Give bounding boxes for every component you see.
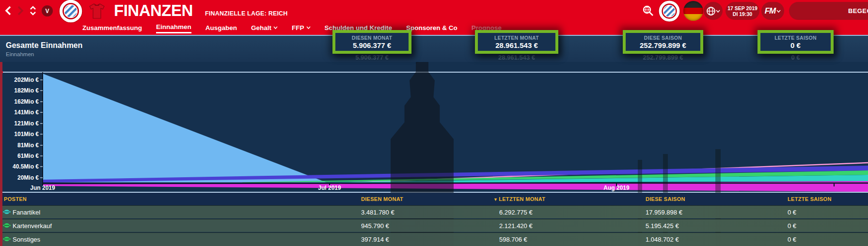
stat-value: 5.906.377 € (353, 41, 391, 49)
series-key-icon (3, 236, 11, 242)
stat-value: 0 € (790, 41, 801, 49)
chevron-up-down-icon (30, 5, 36, 16)
stat-label: LETZTEN MONAT (494, 35, 539, 41)
jersey-icon (88, 2, 106, 20)
tab-gehalt[interactable]: Gehalt (251, 24, 278, 33)
highlight-box-letzte-saison: LETZTE SAISON 0 € (758, 30, 834, 54)
series-lightblue-area (43, 74, 328, 183)
x-tick-label: Aug 2019 (595, 184, 638, 191)
language-globe-button[interactable] (704, 2, 723, 20)
game-date: 17 SEP 2019 (727, 5, 758, 11)
column-header-diese-saison[interactable]: DIESE SAISON (646, 196, 685, 202)
game-date-button[interactable]: 17 SEP 2019 DI 19:30 (726, 2, 759, 20)
y-tick-label: 61Mio € (0, 153, 39, 159)
cell-value: 0 € (788, 222, 796, 230)
stat-value: 28.961.543 € (495, 41, 538, 49)
page-subtitle: FINANZIELLE LAGE: REICH (205, 10, 288, 17)
y-tick-label: 162Mio € (0, 98, 39, 105)
summary-header-panel (0, 35, 868, 62)
cell-value: 6.292.775 € (499, 209, 533, 216)
table-row-fanartikel[interactable] (0, 205, 868, 218)
tab-ffp[interactable]: FFP (292, 24, 311, 33)
y-tick-label: 101Mio € (0, 131, 39, 138)
stat-label: LETZTE SAISON (774, 35, 817, 41)
y-tick-label: 121Mio € (0, 120, 39, 127)
game-time: DI 19:30 (733, 11, 752, 17)
chevron-down-icon (716, 10, 720, 13)
faded-stat-value: 5.906.377 € (332, 54, 411, 61)
back-button[interactable] (3, 5, 14, 16)
cell-value: 3.481.780 € (361, 209, 395, 216)
x-tick-label: Jul 2019 (308, 184, 351, 191)
y-tick-label: 141Mio € (0, 109, 39, 116)
cell-value: 397.914 € (361, 236, 389, 243)
club-crest-bayern-small[interactable] (658, 0, 680, 22)
y-tick-label: 40.5Mio € (0, 163, 39, 170)
continue-label: BEGEG (848, 7, 868, 15)
y-tick-label: 202Mio € (0, 77, 39, 83)
club-crest-bayern[interactable] (59, 0, 83, 23)
forward-button[interactable] (15, 5, 26, 16)
history-dropdown-button[interactable] (28, 5, 38, 16)
monogram-letter: V (45, 8, 49, 15)
cell-value: 0 € (788, 236, 796, 243)
table-row-sonstiges[interactable] (0, 232, 868, 246)
series-key-icon (3, 209, 11, 215)
stat-label: DIESEN MONAT (352, 35, 392, 41)
cell-value: 1.048.702 € (646, 236, 679, 243)
table-header-row (0, 193, 868, 205)
y-tick-label: 182Mio € (0, 87, 39, 94)
chevron-right-icon (17, 6, 24, 15)
row-label: Fanartikel (13, 209, 40, 216)
chevron-down-icon (306, 26, 311, 29)
cell-value: 598.706 € (499, 236, 527, 243)
section-tab-bar: Zusammenfassung Einnahmen Ausgaben Gehal… (0, 22, 868, 35)
table-row-kartenverkauf[interactable] (0, 219, 868, 232)
cell-value: 0 € (788, 209, 796, 216)
column-header-letzte-saison[interactable]: LETZTE SAISON (788, 196, 832, 202)
highlight-box-diese-saison: DIESE SAISON 252.799.899 € (623, 30, 703, 54)
row-label: Kartenverkauf (13, 222, 52, 230)
germany-flag-icon[interactable] (683, 1, 703, 21)
column-header-letzten-monat[interactable]: ▼LETZTEN MONAT (493, 196, 545, 202)
chevron-left-icon (5, 6, 12, 15)
fm-logo: FM (765, 6, 776, 16)
tab-einnahmen[interactable]: Einnahmen (156, 23, 191, 33)
cell-value: 17.959.898 € (646, 209, 682, 216)
series-key-icon (3, 223, 11, 228)
column-header-posten[interactable]: POSTEN (4, 196, 27, 202)
cell-value: 2.121.420 € (499, 222, 533, 230)
highlight-box-letzten-monat: LETZTEN MONAT 28.961.543 € (475, 30, 558, 54)
highlight-box-diesen-monat: DIESEN MONAT 5.906.377 € (332, 30, 411, 54)
manager-monogram-badge[interactable]: V (42, 5, 53, 16)
globe-icon (706, 6, 716, 16)
page-title: FINANZEN (114, 1, 193, 20)
cell-value: 5.195.425 € (646, 222, 679, 230)
column-header-diesen-monat[interactable]: DIESEN MONAT (361, 196, 403, 202)
tab-sponsoren[interactable]: Sponsoren & Co (406, 24, 458, 33)
stat-value: 252.799.899 € (640, 41, 686, 49)
cell-value: 945.790 € (361, 222, 389, 230)
stat-label: DIESE SAISON (644, 35, 682, 41)
y-tick-label: 81Mio € (0, 142, 39, 149)
tab-ausgaben[interactable]: Ausgaben (205, 24, 237, 33)
chevron-down-icon (273, 26, 278, 29)
continue-button[interactable]: BEGEG (789, 2, 868, 20)
row-label: Sonstiges (13, 236, 40, 243)
tab-zusammenfassung[interactable]: Zusammenfassung (82, 24, 142, 33)
fm-finance-screen: V FINANZEN FINANZIELLE LAGE: REICH (0, 0, 868, 246)
summary-title: Gesamte Einnahmen (6, 41, 82, 50)
y-tick-label: 20Mio € (0, 174, 39, 181)
summary-subtitle: Einnahmen (6, 51, 34, 57)
sort-desc-icon: ▼ (493, 197, 498, 202)
chevron-down-icon (776, 10, 781, 13)
left-accent-strip (0, 62, 2, 246)
fm-menu-button[interactable]: FM (761, 2, 784, 20)
top-bar: V FINANZEN FINANZIELLE LAGE: REICH (0, 0, 868, 22)
x-tick-label: Jun 2019 (21, 184, 64, 191)
faded-stat-value: 28.961.543 € (475, 54, 558, 61)
faded-stat-value: 252.799.899 € (623, 54, 703, 61)
search-icon[interactable] (642, 5, 654, 16)
faded-stat-value: 0 € (758, 54, 834, 61)
